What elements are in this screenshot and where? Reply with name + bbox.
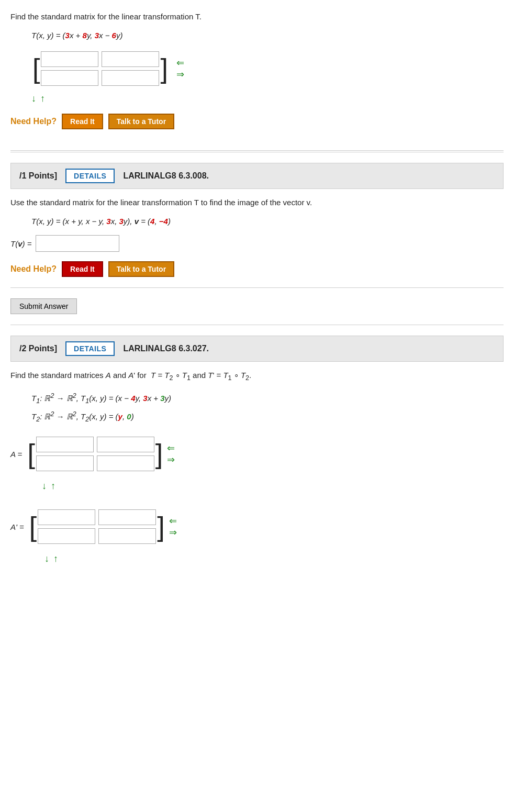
matrix-a-cell-10[interactable] <box>36 455 94 471</box>
up-btn-ap[interactable]: ↑ <box>53 553 58 564</box>
tv-input[interactable] <box>36 235 119 252</box>
tv-row: T(v) = <box>10 235 504 252</box>
section-id-2: LARLINALG8 6.3.008. <box>123 171 209 181</box>
formula-2: T(x, y) = (x + y, x − y, 3x, 3y), v = (4… <box>31 215 504 228</box>
down-btn-ap[interactable]: ↓ <box>44 553 49 564</box>
t2-line: T2: ℝ2 → ℝ2, T2(x, y) = (y, 0) <box>31 408 504 426</box>
bracket-right-a: ] <box>155 440 163 468</box>
matrix-ap-cell-01[interactable] <box>98 509 156 525</box>
bracket-left-1: [ <box>32 55 40 82</box>
need-help-row-1: Need Help? Read It Talk to a Tutor <box>10 114 504 129</box>
matrix-1-wrapper: [ ] ⇐ ⇒ <box>31 49 504 88</box>
matrix-ap-cell-11[interactable] <box>98 528 156 544</box>
matrix-a-cell-00[interactable] <box>36 437 94 452</box>
submit-btn[interactable]: Submit Answer <box>10 298 77 314</box>
matrix-a-bracket: [ ] <box>26 435 164 473</box>
matrix-a-arrows: ⇐ ⇒ <box>167 443 175 464</box>
arrow-left-btn-1[interactable]: ⇐ <box>176 58 184 68</box>
divider-3 <box>10 325 504 325</box>
section-id-3: LARLINALG8 6.3.027. <box>123 344 209 353</box>
matrix-1-grid <box>41 49 159 88</box>
matrix-a-cell-01[interactable] <box>97 437 154 452</box>
arrow-left-btn-a[interactable]: ⇐ <box>167 443 175 453</box>
submit-row: Submit Answer <box>10 298 504 314</box>
arrow-right-btn-1[interactable]: ⇒ <box>176 70 184 79</box>
section-2-body: Use the standard matrix for the linear t… <box>10 196 504 277</box>
talk-to-tutor-btn-2[interactable]: Talk to a Tutor <box>108 261 174 277</box>
details-btn-3[interactable]: DETAILS <box>65 341 115 356</box>
t1-line: T1: ℝ2 → ℝ2, T1(x, y) = (x − 4y, 3x + 3y… <box>31 390 504 408</box>
section-2-header: /1 Points] DETAILS LARLINALG8 6.3.008. <box>10 163 504 189</box>
matrix-a-wrapper: A = [ ] ⇐ ⇒ <box>10 435 504 473</box>
matrix-a-grid <box>36 435 154 473</box>
matrix-ap-cell-00[interactable] <box>38 509 95 525</box>
matrix-1-cell-10[interactable] <box>41 70 98 86</box>
bracket-left-a: [ <box>27 440 35 468</box>
matrix-1-cell-11[interactable] <box>102 70 159 86</box>
arrow-left-btn-ap[interactable]: ⇐ <box>169 516 177 526</box>
arrow-right-btn-ap[interactable]: ⇒ <box>169 528 177 537</box>
bracket-right-1: ] <box>160 55 167 82</box>
matrix-aprime-grid <box>38 507 156 546</box>
matrix-aprime-wrapper: A' = [ ] ⇐ ⇒ <box>10 507 504 546</box>
down-btn-1[interactable]: ↓ <box>31 93 36 104</box>
matrix-ap-arrows: ⇐ ⇒ <box>169 516 177 537</box>
matrix-ap-down-up: ↓ ↑ <box>44 553 504 564</box>
section-3-body: Find the standard matrices A and A' for … <box>10 369 504 564</box>
matrix-ap-cell-10[interactable] <box>38 528 95 544</box>
problem-text-1: Find the standard matrix for the linear … <box>10 10 504 23</box>
divider-2 <box>10 287 504 288</box>
matrix-1-cell-01[interactable] <box>102 51 159 67</box>
matrix-1-arrows: ⇐ ⇒ <box>176 58 184 79</box>
matrix-a-down-up: ↓ ↑ <box>42 481 504 492</box>
section-1: Find the standard matrix for the linear … <box>10 5 504 140</box>
points-label-2: /1 Points] <box>19 171 57 181</box>
matrix-aprime-bracket: [ ] <box>28 507 166 546</box>
read-it-btn-1[interactable]: Read It <box>62 114 103 129</box>
bracket-left-ap: [ <box>29 513 37 540</box>
need-help-label-1: Need Help? <box>10 117 57 126</box>
details-btn-2[interactable]: DETAILS <box>65 169 115 183</box>
need-help-row-2: Need Help? Read It Talk to a Tutor <box>10 261 504 277</box>
problem-text-3: Find the standard matrices A and A' for … <box>10 369 504 383</box>
tv-label: T(v) = <box>10 239 31 248</box>
matrix-1-down-up: ↓ ↑ <box>31 93 504 104</box>
problem-text-2: Use the standard matrix for the linear t… <box>10 196 504 209</box>
divider-1b <box>10 152 504 152</box>
read-it-btn-2[interactable]: Read It <box>62 261 103 277</box>
formula-1: T(x, y) = (3x + 8y, 3x − 6y) <box>31 29 504 42</box>
up-btn-a[interactable]: ↑ <box>51 481 55 492</box>
points-label-3: /2 Points] <box>19 344 57 353</box>
a-prime-label: A' = <box>10 522 24 531</box>
bracket-right-ap: ] <box>157 513 164 540</box>
need-help-label-2: Need Help? <box>10 264 57 274</box>
section-3-header: /2 Points] DETAILS LARLINALG8 6.3.027. <box>10 336 504 362</box>
arrow-right-btn-a[interactable]: ⇒ <box>167 455 175 464</box>
up-btn-1[interactable]: ↑ <box>40 93 45 104</box>
page-container: Find the standard matrix for the linear … <box>0 0 514 580</box>
matrix-1-cell-00[interactable] <box>41 51 98 67</box>
matrix-a-cell-11[interactable] <box>97 455 154 471</box>
transformation-lines: T1: ℝ2 → ℝ2, T1(x, y) = (x − 4y, 3x + 3y… <box>31 390 504 426</box>
talk-to-tutor-btn-1[interactable]: Talk to a Tutor <box>108 114 174 129</box>
divider-1 <box>10 150 504 151</box>
a-label: A = <box>10 450 22 459</box>
down-btn-a[interactable]: ↓ <box>42 481 47 492</box>
matrix-1-bracket: [ ] <box>31 49 169 88</box>
